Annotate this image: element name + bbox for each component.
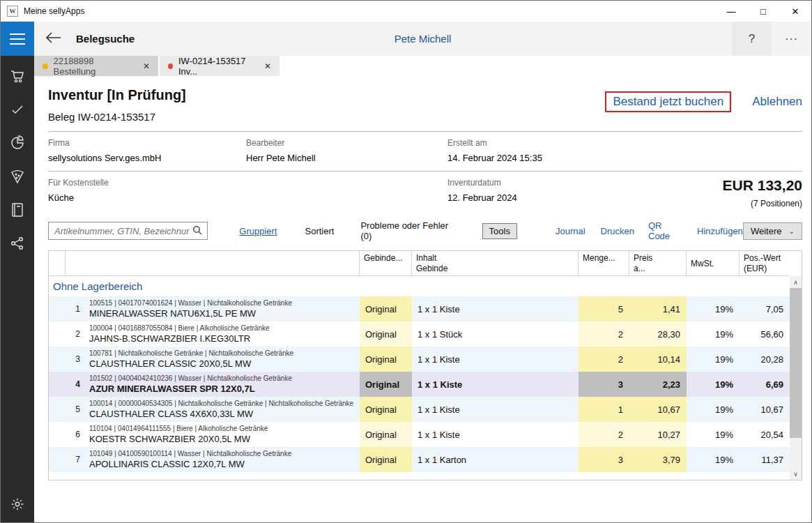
- article-name: CLAUSTHALER CLASSIC 20X0,5L MW: [89, 358, 251, 369]
- header-gebinde[interactable]: Gebinde...: [360, 251, 412, 276]
- vertical-scrollbar[interactable]: ∧ ∨: [790, 251, 802, 480]
- article-cell[interactable]: 110104 | 04014964111555 | Biere | Alkoho…: [84, 422, 360, 447]
- row-number: 5: [66, 397, 84, 422]
- scroll-down-icon[interactable]: ∨: [790, 468, 802, 480]
- table-row[interactable]: 7 101049 | 04100590100114 | Wasser | Nic…: [49, 447, 790, 472]
- close-tab-icon[interactable]: ✕: [143, 61, 150, 71]
- header-pos-wert[interactable]: Pos.-Wert(EUR): [740, 251, 790, 276]
- article-meta: 110104 | 04014964111555 | Biere | Alkoho…: [89, 425, 268, 432]
- help-button[interactable]: ?: [732, 22, 772, 56]
- window-title: Meine sellyApps: [24, 6, 84, 16]
- check-icon: [9, 101, 26, 121]
- ablehnen-button[interactable]: Ablehnen: [752, 91, 802, 112]
- weitere-dropdown-button[interactable]: Weitere ⌄: [743, 222, 802, 240]
- sidebar-item-share[interactable]: [1, 228, 34, 262]
- table-row[interactable]: 4 101502 | 04004042410236 | Wasser | Nic…: [49, 372, 790, 397]
- table-row[interactable]: 2 100004 | 04016887055084 | Biere | Alko…: [49, 321, 790, 347]
- inhalt-cell[interactable]: 1 x 1 Stück: [412, 321, 579, 347]
- menge-cell[interactable]: 2: [579, 321, 629, 347]
- sidebar-item-settings[interactable]: [1, 489, 34, 522]
- more-options-button[interactable]: ···: [772, 22, 811, 56]
- article-cell[interactable]: 100515 | 04017074001624 | Wasser | Nicht…: [84, 296, 360, 321]
- mwst-cell: 19%: [687, 397, 740, 422]
- pos-wert-cell: 11,37: [740, 447, 790, 472]
- preis-cell[interactable]: 10,67: [629, 397, 687, 422]
- app-window: W Meine sellyApps — □ ✕: [0, 0, 812, 523]
- sortiert-link[interactable]: Sortiert: [305, 226, 334, 236]
- inhalt-cell[interactable]: 1 x 1 Kiste: [412, 397, 579, 422]
- inhalt-cell[interactable]: 1 x 1 Kiste: [412, 372, 579, 397]
- hamburger-menu-button[interactable]: [1, 22, 34, 56]
- minimize-button[interactable]: —: [715, 1, 747, 22]
- menge-cell[interactable]: 3: [579, 372, 629, 397]
- bestand-buchen-button[interactable]: Bestand jetzt buchen: [605, 91, 731, 112]
- sidebar-item-cart[interactable]: [1, 61, 34, 94]
- header-mwst[interactable]: MwSt.: [687, 251, 740, 276]
- header-preis[interactable]: Preisa...: [629, 251, 687, 276]
- gebinde-cell[interactable]: Original: [360, 372, 412, 397]
- article-cell[interactable]: 101502 | 04004042410236 | Wasser | Nicht…: [84, 372, 360, 397]
- header-menge[interactable]: Menge...: [579, 251, 629, 276]
- sidebar-item-catalog[interactable]: [1, 195, 34, 228]
- preis-cell[interactable]: 10,14: [629, 347, 687, 372]
- drucken-link[interactable]: Drucken: [601, 226, 634, 236]
- scroll-up-icon[interactable]: ∧: [790, 276, 802, 288]
- sidebar-item-food[interactable]: [1, 161, 34, 195]
- hinzufuegen-link[interactable]: Hinzufügen: [697, 226, 743, 236]
- preis-cell[interactable]: 28,30: [629, 321, 687, 347]
- close-tab-icon[interactable]: ✕: [264, 61, 271, 71]
- inhalt-cell[interactable]: 1 x 1 Kiste: [412, 422, 579, 447]
- article-cell[interactable]: 101049 | 04100590100114 | Wasser | Nicht…: [84, 447, 360, 472]
- table-row[interactable]: 6 110104 | 04014964111555 | Biere | Alko…: [49, 422, 790, 447]
- menge-cell[interactable]: 1: [579, 397, 629, 422]
- preis-cell[interactable]: 10,27: [629, 422, 687, 447]
- preis-cell[interactable]: 2,23: [629, 372, 687, 397]
- gebinde-cell[interactable]: Original: [360, 321, 412, 347]
- gebinde-cell[interactable]: Original: [360, 347, 412, 372]
- preis-cell[interactable]: 1,41: [629, 296, 687, 321]
- inhalt-cell[interactable]: 1 x 1 Karton: [412, 447, 579, 472]
- pos-wert-cell: 6,69: [740, 372, 790, 397]
- menge-cell[interactable]: 2: [579, 347, 629, 372]
- article-cell[interactable]: 100781 | Nichtalkoholische Getränke | Ni…: [84, 347, 360, 372]
- inhalt-cell[interactable]: 1 x 1 Kiste: [412, 347, 579, 372]
- tab-bestellung[interactable]: 22188898 Bestellung ✕: [34, 56, 158, 76]
- gruppiert-link[interactable]: Gruppiert: [239, 226, 277, 236]
- close-button[interactable]: ✕: [779, 1, 811, 22]
- header-inhalt[interactable]: InhaltGebinde: [412, 251, 579, 276]
- journal-link[interactable]: Journal: [556, 226, 585, 236]
- menge-cell[interactable]: 3: [579, 447, 629, 472]
- sidebar-item-reports[interactable]: [1, 128, 34, 161]
- gebinde-cell[interactable]: Original: [360, 397, 412, 422]
- article-name: KOESTR SCHWARZBIER 20X0,5L MW: [89, 434, 250, 444]
- search-icon[interactable]: [192, 225, 207, 237]
- inhalt-cell[interactable]: 1 x 1 Kiste: [412, 296, 579, 321]
- tools-button[interactable]: Tools: [482, 223, 517, 239]
- menge-cell[interactable]: 2: [579, 422, 629, 447]
- gebinde-cell[interactable]: Original: [360, 422, 412, 447]
- gebinde-cell[interactable]: Original: [360, 296, 412, 321]
- sidebar-item-tasks[interactable]: [1, 94, 34, 128]
- preis-cell[interactable]: 3,79: [629, 447, 687, 472]
- article-meta: 100781 | Nichtalkoholische Getränke | Ni…: [89, 349, 293, 357]
- probleme-fehler-link[interactable]: Probleme oder Fehler (0): [360, 220, 454, 241]
- group-header[interactable]: Ohne Lagerbereich: [49, 276, 790, 296]
- article-meta: 100515 | 04017074001624 | Wasser | Nicht…: [89, 299, 292, 307]
- article-cell[interactable]: 100004 | 04016887055084 | Biere | Alkoho…: [84, 321, 360, 347]
- back-button[interactable]: [45, 31, 62, 47]
- qr-code-link[interactable]: QR Code: [648, 220, 683, 241]
- menge-cell[interactable]: 5: [579, 296, 629, 321]
- table-row[interactable]: 3 100781 | Nichtalkoholische Getränke | …: [49, 347, 790, 372]
- maximize-button[interactable]: □: [747, 1, 779, 22]
- article-cell[interactable]: 100014 | 00000040534305 | Nichtalkoholis…: [84, 397, 360, 422]
- table-row[interactable]: 1 100515 | 04017074001624 | Wasser | Nic…: [49, 296, 790, 321]
- tab-inventur[interactable]: IW-0214-153517 Inv... ✕: [160, 56, 279, 76]
- scrollbar-thumb[interactable]: [790, 288, 802, 438]
- firma-value: sellysolutions Serv.ges.mbH: [48, 148, 246, 171]
- table-row[interactable]: 5 100014 | 00000040534305 | Nichtalkohol…: [49, 397, 790, 422]
- mwst-cell: 19%: [687, 347, 740, 372]
- search-input[interactable]: [49, 226, 192, 236]
- article-meta: 100014 | 00000040534305 | Nichtalkoholis…: [89, 400, 353, 407]
- search-box[interactable]: [48, 222, 208, 240]
- gebinde-cell[interactable]: Original: [360, 447, 412, 472]
